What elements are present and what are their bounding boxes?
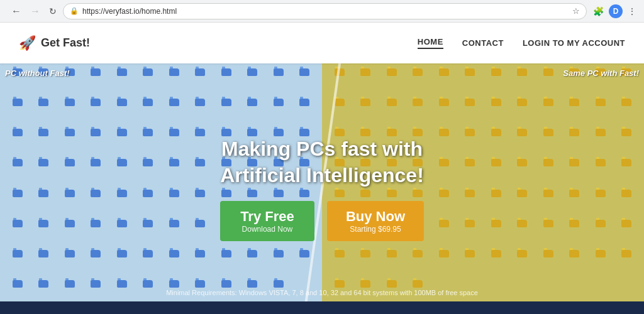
desktop-icon (510, 250, 535, 279)
desktop-icon (5, 159, 30, 188)
desktop-icon (353, 250, 379, 279)
desktop-icon (292, 99, 318, 127)
refresh-button[interactable]: ↻ (47, 5, 59, 18)
desktop-icon (588, 250, 613, 279)
desktop-icon (136, 99, 161, 127)
desktop-icon (588, 159, 613, 188)
desktop-icon (188, 129, 213, 158)
desktop-icon (162, 99, 187, 127)
before-label: PC without Fast! (5, 68, 70, 78)
desktop-icon (536, 159, 561, 188)
desktop-icon (406, 99, 431, 127)
nav-link-home[interactable]: HOME (418, 37, 443, 49)
desktop-icon (84, 129, 109, 158)
hero-title-line2: Artificial Intelligence! (220, 164, 424, 187)
try-free-button[interactable]: Try Free Download Now (220, 201, 314, 241)
desktop-icon (431, 129, 457, 158)
desktop-icon (5, 190, 30, 219)
desktop-icon (406, 250, 431, 279)
desktop-icon (431, 68, 457, 97)
menu-icon[interactable]: ⋮ (625, 5, 639, 18)
address-bar-icons: ☆ (572, 6, 580, 16)
desktop-icon (536, 68, 561, 97)
taskbar-right (322, 301, 644, 314)
hero-title: Making PCs fast with Artificial Intellig… (220, 136, 424, 188)
logo-icon: 🚀 (19, 35, 36, 51)
desktop-icon (162, 220, 187, 249)
desktop-icon (458, 159, 483, 188)
desktop-icon (614, 190, 640, 219)
desktop-icon (431, 99, 457, 127)
logo[interactable]: 🚀 Get Fast! (19, 35, 418, 51)
desktop-icon (188, 250, 213, 279)
desktop-icon (431, 250, 457, 279)
try-free-main-text: Try Free (239, 208, 296, 225)
desktop-icon (562, 250, 587, 279)
desktop-icon (109, 190, 135, 219)
desktop-icon (484, 220, 509, 249)
desktop-icon (240, 68, 265, 97)
nav-link-contact[interactable]: CONTACT (462, 38, 504, 48)
back-button[interactable]: ← (9, 4, 24, 18)
desktop-icon (109, 250, 135, 279)
desktop-icon (57, 129, 82, 158)
desktop-icon (510, 129, 535, 158)
buy-now-button[interactable]: Buy Now Starting $69.95 (327, 201, 424, 241)
desktop-icon (84, 190, 109, 219)
desktop-icon (458, 250, 483, 279)
desktop-icon (510, 68, 535, 97)
desktop-icon (458, 129, 483, 158)
desktop-icon (614, 250, 640, 279)
desktop-icon (136, 129, 161, 158)
desktop-icon (188, 220, 213, 249)
desktop-icon (31, 129, 57, 158)
desktop-icon (614, 129, 640, 158)
desktop-icon (484, 190, 509, 219)
desktop-icon (136, 250, 161, 279)
desktop-icon (214, 99, 239, 127)
desktop-icon (162, 68, 187, 97)
desktop-icon (588, 129, 613, 158)
desktop-icon (327, 250, 352, 279)
desktop-icon (162, 129, 187, 158)
desktop-icon (510, 159, 535, 188)
desktop-icon (136, 159, 161, 188)
desktop-icon (484, 68, 509, 97)
nav-links: HOME CONTACT LOGIN TO MY ACCOUNT (418, 37, 625, 49)
site-navbar: 🚀 Get Fast! HOME CONTACT LOGIN TO MY ACC… (0, 23, 644, 63)
browser-toolbar-right: 🧩 D ⋮ (591, 4, 639, 18)
desktop-icon (458, 220, 483, 249)
desktop-icon (136, 68, 161, 97)
bookmark-icon[interactable]: ☆ (572, 6, 580, 16)
desktop-icon (57, 99, 82, 127)
desktop-icon (109, 68, 135, 97)
desktop-icon (379, 250, 404, 279)
desktop-icon (353, 68, 379, 97)
desktop-icon (431, 220, 457, 249)
url-text: https://veryfast.io/home.html (82, 7, 569, 16)
extensions-icon[interactable]: 🧩 (591, 5, 606, 18)
address-bar[interactable]: 🔒 https://veryfast.io/home.html ☆ (63, 3, 587, 19)
desktop-icon (84, 159, 109, 188)
try-free-sub-text: Download Now (239, 225, 296, 234)
desktop-icon (614, 220, 640, 249)
desktop-icon (109, 220, 135, 249)
desktop-icon (510, 190, 535, 219)
forward-button[interactable]: → (28, 4, 43, 18)
desktop-icon (458, 99, 483, 127)
profile-avatar[interactable]: D (609, 4, 623, 18)
desktop-icon (31, 220, 57, 249)
desktop-icon (57, 190, 82, 219)
nav-link-login[interactable]: LOGIN TO MY ACCOUNT (523, 38, 625, 48)
desktop-icon (406, 68, 431, 97)
desktop-icon (136, 190, 161, 219)
desktop-icon (31, 190, 57, 219)
desktop-icon (162, 190, 187, 219)
desktop-icon (188, 99, 213, 127)
desktop-icon (588, 220, 613, 249)
desktop-icon (57, 159, 82, 188)
browser-chrome: ← → ↻ 🔒 https://veryfast.io/home.html ☆ … (0, 0, 644, 23)
desktop-icon (536, 129, 561, 158)
desktop-icon (57, 220, 82, 249)
desktop-icon (84, 68, 109, 97)
